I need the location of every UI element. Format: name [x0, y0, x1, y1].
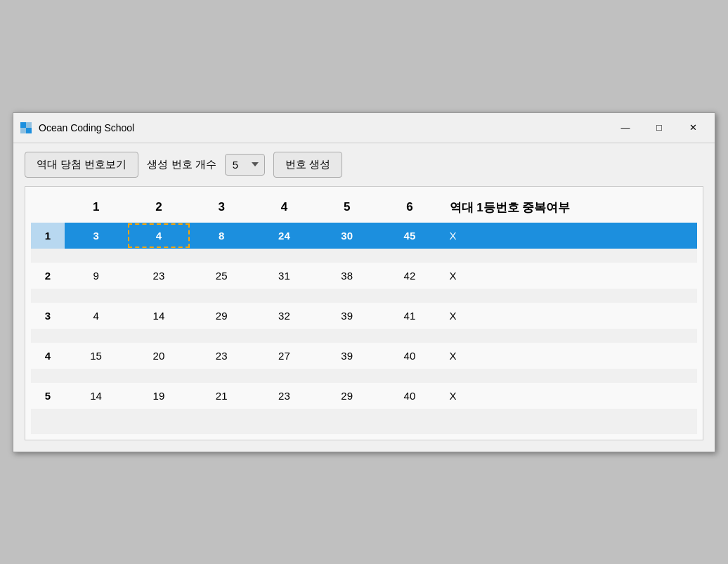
num-cell[interactable]: 8 [190, 223, 253, 249]
num-cell[interactable]: 3 [65, 223, 127, 249]
window-title: Ocean Coding School [39, 122, 609, 133]
content-area: 1 2 3 4 5 6 역대 1등번호 중복여부 1348243045X2923… [25, 186, 703, 440]
num-cell[interactable]: 14 [127, 303, 190, 329]
maximize-button[interactable]: □ [643, 117, 675, 138]
header-col-1: 1 [65, 192, 127, 223]
table-row[interactable]: 1348243045X [31, 223, 697, 249]
header-col-5: 5 [316, 192, 378, 223]
generate-button[interactable]: 번호 생성 [273, 152, 342, 178]
num-cell[interactable]: 23 [253, 383, 316, 409]
num-cell[interactable]: 25 [190, 263, 253, 289]
header-col-2: 2 [127, 192, 190, 223]
row-index: 1 [31, 223, 65, 249]
separator-row [31, 289, 697, 303]
num-cell[interactable]: 41 [378, 303, 441, 329]
title-bar: Ocean Coding School — □ ✕ [13, 113, 715, 143]
num-cell[interactable]: 15 [65, 343, 127, 369]
history-button[interactable]: 역대 당첨 번호보기 [25, 152, 138, 178]
empty-row [31, 409, 697, 434]
count-label: 생성 번호 개수 [147, 158, 216, 171]
num-cell[interactable]: 40 [378, 343, 441, 369]
num-cell[interactable]: 9 [65, 263, 127, 289]
num-cell[interactable]: 32 [253, 303, 316, 329]
header-col-6: 6 [378, 192, 441, 223]
num-cell[interactable]: 31 [253, 263, 316, 289]
svg-rect-1 [26, 122, 32, 128]
num-cell[interactable]: 4 [127, 223, 190, 249]
status-cell: X [441, 303, 697, 329]
num-cell[interactable]: 21 [190, 383, 253, 409]
separator-row [31, 329, 697, 343]
row-index: 4 [31, 343, 65, 369]
status-cell: X [441, 263, 697, 289]
table-row[interactable]: 292325313842X [31, 263, 697, 289]
header-col-4: 4 [253, 192, 316, 223]
main-window: Ocean Coding School — □ ✕ 역대 당첨 번호보기 생성 … [13, 112, 715, 452]
table-row[interactable]: 5141921232940X [31, 383, 697, 409]
num-cell[interactable]: 29 [190, 303, 253, 329]
num-cell[interactable]: 24 [253, 223, 316, 249]
separator-row [31, 369, 697, 383]
header-duplicate: 역대 1등번호 중복여부 [441, 192, 697, 223]
table-header-row: 1 2 3 4 5 6 역대 1등번호 중복여부 [31, 192, 697, 223]
num-cell[interactable]: 29 [316, 383, 378, 409]
count-select[interactable]: 5 3 4 6 7 8 9 10 [225, 154, 265, 176]
table-row[interactable]: 4152023273940X [31, 343, 697, 369]
status-cell: X [441, 343, 697, 369]
num-cell[interactable]: 27 [253, 343, 316, 369]
svg-rect-0 [20, 122, 26, 128]
row-index: 5 [31, 383, 65, 409]
row-index: 2 [31, 263, 65, 289]
status-cell: X [441, 223, 697, 249]
header-idx [31, 192, 65, 223]
num-cell[interactable]: 42 [378, 263, 441, 289]
window-controls: — □ ✕ [609, 117, 709, 138]
num-cell[interactable]: 19 [127, 383, 190, 409]
table-row[interactable]: 341429323941X [31, 303, 697, 329]
num-cell[interactable]: 40 [378, 383, 441, 409]
num-cell[interactable]: 45 [378, 223, 441, 249]
lotto-table: 1 2 3 4 5 6 역대 1등번호 중복여부 1348243045X2923… [31, 192, 697, 434]
num-cell[interactable]: 23 [190, 343, 253, 369]
app-icon [19, 121, 33, 135]
num-cell[interactable]: 39 [316, 343, 378, 369]
num-cell[interactable]: 38 [316, 263, 378, 289]
close-button[interactable]: ✕ [677, 117, 709, 138]
num-cell[interactable]: 4 [65, 303, 127, 329]
num-cell[interactable]: 20 [127, 343, 190, 369]
separator-row [31, 249, 697, 263]
svg-rect-3 [26, 128, 32, 133]
num-cell[interactable]: 39 [316, 303, 378, 329]
toolbar: 역대 당첨 번호보기 생성 번호 개수 5 3 4 6 7 8 9 10 번호 … [13, 143, 715, 186]
num-cell[interactable]: 14 [65, 383, 127, 409]
num-cell[interactable]: 23 [127, 263, 190, 289]
header-col-3: 3 [190, 192, 253, 223]
minimize-button[interactable]: — [609, 117, 642, 138]
status-cell: X [441, 383, 697, 409]
num-cell[interactable]: 30 [316, 223, 378, 249]
svg-rect-2 [20, 128, 26, 133]
row-index: 3 [31, 303, 65, 329]
